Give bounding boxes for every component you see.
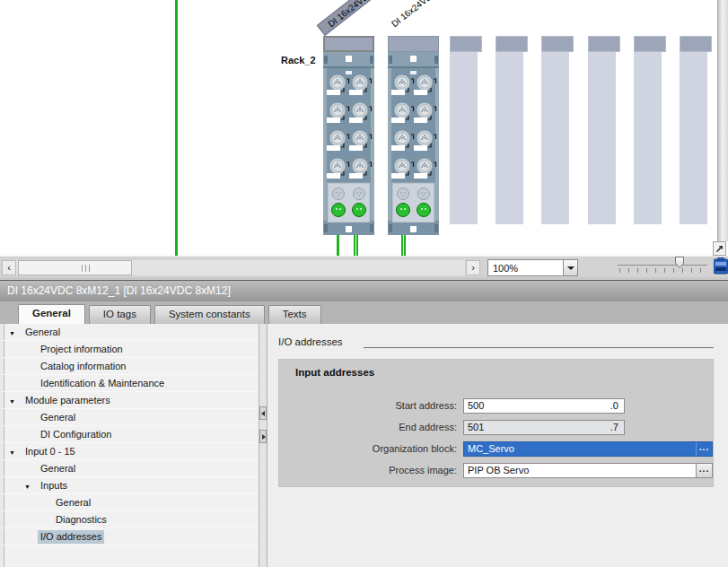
io-module-graphic[interactable]: [323, 52, 374, 235]
zoom-slider[interactable]: [616, 254, 709, 277]
field-input-process-image-[interactable]: PIP OB Servo...: [463, 463, 713, 478]
slot-header[interactable]: [634, 36, 666, 52]
nav-item-identification-maintenance[interactable]: Identification & Maintenance: [4, 375, 259, 392]
nav-item-label: I/O addresses: [38, 530, 104, 544]
field-value: MC_Servo: [464, 442, 696, 456]
green-connection-line: [354, 235, 358, 256]
scroll-right-button[interactable]: ›: [466, 260, 480, 275]
browse-button[interactable]: ...: [696, 464, 712, 477]
zoom-level-combobox[interactable]: 100%: [487, 259, 578, 276]
slot-header[interactable]: [541, 36, 574, 52]
green-connection-line: [175, 0, 178, 256]
nav-item-label: General: [53, 496, 93, 510]
tab-system-constants[interactable]: System constants: [154, 305, 265, 324]
rack-label: Rack_2: [281, 55, 316, 65]
nav-item-general[interactable]: ▼General: [4, 324, 259, 341]
zoom-level-value: 100%: [493, 261, 518, 275]
field-label: End address:: [279, 420, 457, 435]
nav-item-general[interactable]: General: [4, 494, 259, 511]
blue-device-icon: [714, 257, 728, 275]
horizontal-scrollbar-track[interactable]: [16, 260, 465, 275]
empty-slot-body[interactable]: [588, 52, 616, 224]
tab-io-tags[interactable]: IO tags: [89, 305, 151, 324]
zoom-slider-track: [618, 265, 707, 266]
nav-item-label: Input 0 - 15: [22, 445, 78, 458]
green-connection-line: [401, 235, 406, 256]
expand-nav-button[interactable]: [259, 430, 267, 443]
field-label: Organization block:: [279, 441, 457, 457]
nav-item-label: General: [38, 411, 78, 424]
nav-item-label: Catalog information: [38, 360, 128, 373]
nav-item-diagnostics[interactable]: Diagnostics: [4, 511, 259, 528]
scroll-left-button[interactable]: ‹: [2, 260, 16, 275]
collapse-nav-button[interactable]: [259, 406, 267, 420]
empty-slot-body[interactable]: [541, 52, 569, 224]
properties-pane: DI 16x24VDC 8xM12_1 [DI 16x24VDC 8xM12] …: [0, 280, 728, 567]
nav-item-label: General: [38, 462, 78, 475]
slot-header[interactable]: [388, 36, 439, 52]
section-title-rule: [364, 347, 714, 348]
expand-arrow-icon[interactable]: ▼: [24, 478, 31, 495]
device-overview-icon[interactable]: [714, 257, 728, 279]
properties-nav-tree: ▼GeneralProject informationCatalog infor…: [0, 324, 259, 567]
nav-item-input-0-15[interactable]: ▼Input 0 - 15: [4, 443, 259, 460]
device-view-canvas[interactable]: Rack_2 DI 16x24VDC 8xM12DI 16x24VDC 8xM1…: [0, 0, 728, 256]
empty-slot-body[interactable]: [496, 52, 523, 224]
diagonal-arrow-icon: [714, 242, 725, 255]
properties-body: ▼GeneralProject informationCatalog infor…: [0, 324, 728, 567]
expand-arrow-icon[interactable]: ▼: [9, 393, 15, 410]
empty-slot-body[interactable]: [450, 52, 478, 224]
nav-item-label: Identification & Maintenance: [38, 377, 167, 390]
nav-item-label: Inputs: [38, 479, 70, 493]
module-rotated-label: DI 16x24VDC 8xM12: [382, 0, 469, 36]
field-input-organization-block-[interactable]: MC_Servo...: [463, 441, 713, 457]
input-addresses-panel: Input addresses Start address:500.0End a…: [278, 359, 714, 487]
section-title: I/O addresses: [278, 336, 343, 347]
slot-header[interactable]: [450, 36, 482, 52]
expand-arrow-icon[interactable]: ▼: [9, 444, 15, 461]
vertical-scrollbar[interactable]: [717, 0, 728, 241]
scrollbar-grip-icon: [82, 265, 92, 272]
bit-suffix: .0: [609, 399, 624, 413]
tab-texts[interactable]: Texts: [268, 305, 321, 324]
browse-button[interactable]: ...: [696, 442, 712, 456]
field-value: 500: [464, 399, 609, 413]
slot-header[interactable]: [323, 36, 374, 52]
expand-arrow-icon[interactable]: ▼: [9, 325, 15, 342]
nav-item-inputs[interactable]: ▼Inputs: [4, 477, 259, 494]
tab-general[interactable]: General: [18, 304, 85, 324]
field-input-start-address-[interactable]: 500.0: [463, 398, 625, 414]
field-label: Process image:: [279, 463, 457, 478]
pan-overview-button[interactable]: [713, 241, 726, 256]
properties-content: I/O addresses Input addresses Start addr…: [268, 324, 728, 567]
nav-item-di-configuration[interactable]: DI Configuration: [4, 426, 259, 443]
slot-header[interactable]: [496, 36, 528, 52]
properties-tab-bar: GeneralIO tagsSystem constantsTexts: [0, 301, 728, 324]
empty-slot-body[interactable]: [634, 52, 662, 224]
nav-item-label: DI Configuration: [38, 428, 115, 441]
properties-title-bar: DI 16x24VDC 8xM12_1 [DI 16x24VDC 8xM12]: [0, 281, 728, 301]
nav-item-module-parameters[interactable]: ▼Module parameters: [4, 392, 259, 409]
slot-header[interactable]: [588, 36, 620, 52]
nav-item-general[interactable]: General: [4, 409, 259, 426]
field-label: Start address:: [279, 398, 457, 414]
zoom-slider-thumb[interactable]: [675, 257, 684, 268]
green-connection-line: [337, 235, 339, 256]
zoom-dropdown-button[interactable]: [563, 260, 577, 275]
panel-title: Input addresses: [295, 367, 374, 378]
nav-item-catalog-information[interactable]: Catalog information: [4, 358, 259, 375]
empty-slot-body[interactable]: [680, 52, 707, 224]
nav-item-label: Module parameters: [22, 394, 113, 407]
field-value: PIP OB Servo: [464, 464, 696, 477]
nav-item-i-o-addresses[interactable]: I/O addresses: [4, 528, 259, 545]
nav-item-label: General: [22, 326, 63, 339]
slot-header[interactable]: [680, 36, 712, 52]
nav-splitter[interactable]: [259, 324, 268, 567]
nav-item-general[interactable]: General: [4, 460, 259, 477]
field-input-end-address-[interactable]: 501.7: [463, 420, 625, 435]
nav-item-label: Project information: [38, 343, 126, 356]
io-module-graphic[interactable]: [388, 52, 439, 235]
field-value: 501: [464, 421, 609, 434]
horizontal-scrollbar-thumb[interactable]: [18, 260, 132, 275]
nav-item-project-information[interactable]: Project information: [4, 341, 259, 358]
